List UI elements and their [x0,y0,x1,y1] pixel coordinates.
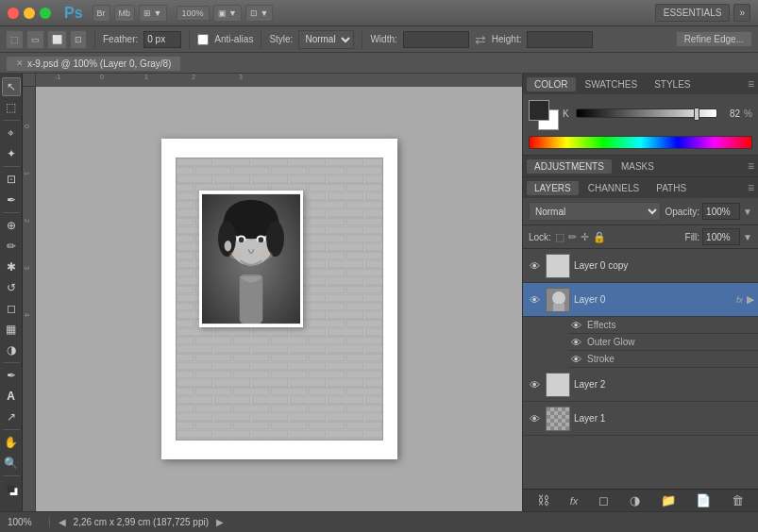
layer-visibility-toggle[interactable]: 👁 [527,413,542,424]
layer-visibility-toggle[interactable]: 👁 [527,379,542,391]
style-select[interactable]: Normal [298,30,354,49]
create-layer-button[interactable]: 📄 [692,491,715,509]
lasso-tool[interactable]: ⌖ [2,124,21,142]
bridge-button[interactable]: Br [93,5,110,22]
layer-effect-outer-glow[interactable]: 👁 Outer Glow [568,334,758,351]
nav-prev-button[interactable]: ◀ [59,517,66,527]
antialias-checkbox[interactable] [197,34,209,45]
minimize-button[interactable] [24,8,35,19]
refine-edge-button[interactable]: Refine Edge... [676,31,752,47]
move-tool[interactable]: ↖ [2,77,21,96]
rect-marquee-tool[interactable]: ⬚ [6,30,24,49]
layer-item[interactable]: 👁 Layer 2 [523,368,758,402]
mb-button[interactable]: Mb [114,5,136,22]
fill-arrow[interactable]: ▼ [743,232,752,242]
close-tab-icon[interactable]: ✕ [16,58,24,68]
selection-option-3[interactable]: ⊡ [70,30,87,49]
fill-input[interactable] [702,228,740,245]
effect-visibility-icon[interactable]: 👁 [568,354,583,365]
marquee-tool[interactable]: ⬚ [2,98,21,117]
extra-button[interactable]: ⊡ ▼ [245,5,273,22]
opacity-input[interactable] [702,203,740,220]
layers-panel-menu[interactable]: ≡ [748,181,754,194]
opacity-label: Opacity: [665,207,699,217]
crop-tool[interactable]: ⊡ [2,170,21,189]
tab-layers[interactable]: LAYERS [527,181,579,195]
magic-wand-tool[interactable]: ✦ [2,144,21,163]
layer-item[interactable]: 👁 Layer 0 fx ▶ [523,283,758,317]
height-input[interactable] [527,31,593,48]
foreground-color-box[interactable] [529,100,549,121]
k-slider-track[interactable] [576,108,717,118]
effect-visibility-icon[interactable]: 👁 [568,320,583,331]
hand-tool[interactable]: ✋ [2,433,21,452]
ruler-v-tick-0: 0 [24,125,30,128]
layer-item[interactable]: 👁 Layer 0 copy [523,249,758,283]
tab-adjustments[interactable]: ADJUSTMENTS [527,159,612,174]
k-label: K [563,108,572,119]
clone-stamp-tool[interactable]: ✱ [2,258,21,276]
layer-effect-stroke[interactable]: 👁 Stroke [568,351,758,368]
create-group-button[interactable]: 📁 [657,491,680,509]
color-panel-menu-icon[interactable]: ≡ [748,77,754,91]
tab-masks[interactable]: MASKS [614,159,662,174]
toolbar-divider-1 [3,120,20,121]
brush-tool[interactable]: ✏ [2,237,21,256]
opacity-arrow[interactable]: ▼ [743,207,752,217]
effect-visibility-icon[interactable]: 👁 [568,337,583,348]
layer-fx-badge[interactable]: fx [736,295,743,305]
zoom-level: 100% [8,517,41,527]
gradient-tool[interactable]: ▦ [2,320,21,339]
tab-color[interactable]: COLOR [527,77,576,91]
tab-styles[interactable]: STYLES [647,77,698,91]
tab-paths[interactable]: PATHS [649,181,694,195]
color-panel-tabs: COLOR SWATCHES STYLES ≡ [523,74,758,94]
view-button[interactable]: ▣ ▼ [213,5,242,22]
tab-swatches[interactable]: SWATCHES [578,77,646,91]
lock-pixels-icon[interactable]: ⬚ [555,231,564,243]
blend-mode-select[interactable]: Normal Multiply Screen [529,202,661,221]
svg-point-17 [260,251,272,259]
history-brush-tool[interactable]: ↺ [2,278,21,297]
add-mask-button[interactable]: ◻ [595,491,613,509]
nav-next-button[interactable]: ▶ [216,517,224,527]
lock-move-icon[interactable]: ✛ [581,231,589,243]
essentials-button[interactable]: ESSENTIALS [655,4,731,22]
document-tab[interactable]: ✕ x-9.psd @ 100% (Layer 0, Gray/8) [6,56,181,71]
layer-scroll-arrow[interactable]: ▶ [747,293,754,306]
zoom-tool[interactable]: 🔍 [2,454,21,473]
lock-all-icon[interactable]: 🔒 [593,231,606,243]
maximize-button[interactable] [40,8,51,19]
healing-brush-tool[interactable]: ⊕ [2,216,21,235]
eyedropper-tool[interactable]: ✒ [2,191,21,209]
arrangement-button[interactable]: ⊞ ▼ [139,5,166,22]
link-layers-button[interactable]: ⛓ [533,491,553,509]
zoom-select[interactable]: 100% [177,6,210,21]
ruler-h-tick-2: 1 [144,74,148,80]
path-selection-tool[interactable]: ↗ [2,407,21,426]
selection-option-2[interactable]: ⬜ [47,30,67,49]
create-adjustment-button[interactable]: ◑ [626,491,644,509]
expand-button[interactable]: » [733,4,750,22]
dodge-tool[interactable]: ◑ [2,341,21,359]
lock-position-icon[interactable]: ✏ [568,231,577,243]
fg-bg-swatch[interactable]: ■ [2,479,21,498]
delete-layer-button[interactable]: 🗑 [728,491,748,509]
color-spectrum[interactable] [529,136,752,149]
width-input[interactable] [403,31,469,48]
eraser-tool[interactable]: ◻ [2,299,21,318]
fg-bg-colors[interactable] [529,100,559,130]
layer-item[interactable]: 👁 [523,402,758,436]
close-button[interactable] [8,8,19,19]
feather-input[interactable] [143,31,181,48]
add-layer-style-button[interactable]: fx [566,493,582,508]
layer-visibility-toggle[interactable]: 👁 [527,294,542,306]
adjustments-panel-menu[interactable]: ≡ [748,159,754,173]
k-slider-thumb[interactable] [694,108,699,121]
pen-tool[interactable]: ✒ [2,366,21,385]
swap-icon[interactable]: ⇄ [475,32,486,47]
selection-option-1[interactable]: ▭ [26,30,44,49]
layer-visibility-toggle[interactable]: 👁 [527,260,542,272]
type-tool[interactable]: A [2,387,21,406]
tab-channels[interactable]: CHANNELS [581,181,647,195]
